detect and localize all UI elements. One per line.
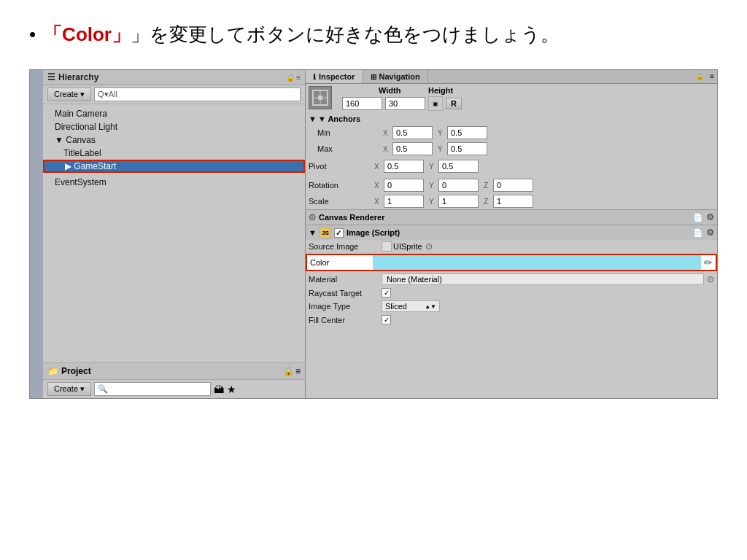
canvas-renderer-circle: ⊙ — [309, 212, 316, 222]
title-text: 「Color」」を変更してボタンに好きな色をつけましょう。 — [43, 22, 560, 47]
sprite-icon — [382, 241, 392, 252]
image-script-gear-icon[interactable]: ⚙ — [706, 228, 714, 238]
rect-transform-icon — [309, 86, 332, 109]
title-color-word: 「Color」 — [43, 23, 131, 45]
scale-x-label: X — [374, 198, 382, 206]
rot-x-label: X — [374, 182, 382, 190]
color-row[interactable]: Color ✏ — [306, 254, 717, 271]
hierarchy-item-gamestart[interactable]: ▶ GameStart — [43, 160, 305, 173]
image-type-row: Image Type Sliced ▲▼ — [306, 299, 717, 314]
hierarchy-header: ☰ Hierarchy 🔒 ≡ — [43, 70, 305, 85]
image-script-doc-icon: 📄 — [693, 228, 703, 238]
canvas-renderer-section: ⊙ Canvas Renderer 📄 ⚙ — [306, 209, 717, 225]
canvas-renderer-label: Canvas Renderer — [319, 213, 690, 222]
project-footer: 📁 Project 🔒 ≡ — [43, 362, 305, 379]
raycast-target-row: Raycast Target ✓ — [306, 287, 717, 299]
project-search-box[interactable]: 🔍 — [94, 382, 211, 396]
scale-label: Scale — [309, 197, 374, 206]
canvas-renderer-gear-icon[interactable]: ⚙ — [706, 212, 714, 222]
search-text: Q▾All — [98, 90, 297, 99]
navigation-tab[interactable]: ⊞ Navigation — [363, 70, 428, 83]
create-button[interactable]: Create ▾ — [47, 88, 91, 101]
height-input[interactable] — [385, 97, 425, 110]
pivot-x-label: X — [374, 163, 382, 171]
anchor-max-row: Max X Y — [314, 141, 714, 157]
scale-y-label: Y — [429, 198, 436, 206]
project-icon2: ★ — [227, 384, 236, 395]
left-sidebar-strip — [30, 70, 43, 398]
eyedropper-icon[interactable]: ✏ — [701, 256, 716, 269]
inspector-tab-label: Inspector — [319, 72, 355, 81]
hierarchy-item-eventsystem[interactable]: EventSystem — [43, 176, 305, 189]
hierarchy-title: Hierarchy — [58, 72, 98, 82]
rotation-label: Rotation — [309, 181, 374, 190]
hierarchy-item-directional-light[interactable]: Directional Light — [43, 120, 305, 133]
image-script-checkbox[interactable]: ✓ — [334, 228, 344, 238]
min-x-label: X — [383, 129, 390, 137]
anchor-max-y[interactable] — [447, 142, 487, 155]
height-label: Height — [428, 86, 453, 95]
hierarchy-panel: ☰ Hierarchy 🔒 ≡ Create ▾ Q▾All — [43, 70, 306, 398]
page-container: • 「Color」」を変更してボタンに好きな色をつけましょう。 ☰ Hierar… — [0, 0, 747, 560]
inspector-menu-icon: ≡ — [707, 70, 717, 83]
rotation-z[interactable] — [493, 179, 533, 192]
inspector-lock-icon: 🔒 — [692, 70, 707, 83]
inspector-tabs: ℹ Inspector ⊞ Navigation 🔒 ≡ — [306, 70, 717, 84]
image-type-label: Image Type — [309, 302, 382, 311]
material-row: Material None (Material) ⊙ — [306, 272, 717, 287]
anchor-max-x[interactable] — [392, 142, 433, 155]
color-label: Color — [307, 257, 373, 268]
hierarchy-content: Main Camera Directional Light ▼ Canvas T… — [43, 104, 305, 362]
menu-icon: ≡ — [296, 74, 301, 82]
rotation-row: Rotation X Y Z — [306, 177, 717, 193]
pivot-x[interactable] — [384, 160, 424, 173]
rect-corner-icon: ▣ — [428, 96, 443, 111]
rotation-y[interactable] — [438, 179, 479, 192]
anchor-min-row: Min X Y — [314, 125, 714, 141]
hierarchy-item-titlelabel[interactable]: TitleLabel — [43, 147, 305, 160]
anchor-min-x[interactable] — [392, 126, 433, 139]
project-create-button[interactable]: Create ▾ — [47, 382, 91, 396]
project-folder-icon: 📁 — [47, 366, 58, 376]
inspector-panel: ℹ Inspector ⊞ Navigation 🔒 ≡ — [306, 70, 717, 398]
inspector-tab[interactable]: ℹ Inspector — [306, 70, 363, 83]
material-value: None (Material) — [382, 273, 704, 285]
width-input[interactable] — [342, 97, 382, 110]
source-image-row: Source Image UISprite ⊙ — [306, 240, 717, 253]
script-icon: JS — [320, 227, 331, 238]
anchor-min-y[interactable] — [447, 126, 487, 139]
scale-y[interactable] — [438, 195, 479, 208]
bullet: • — [29, 23, 36, 46]
source-image-label: Source Image — [309, 242, 382, 251]
project-lock-icon: 🔒 — [283, 366, 294, 376]
material-target-icon: ⊙ — [707, 274, 714, 284]
anchors-arrow: ▼ — [309, 114, 317, 123]
raycast-target-label: Raycast Target — [309, 289, 382, 298]
inspector-tab-icon: ℹ — [313, 73, 316, 81]
navigation-tab-icon: ⊞ — [371, 73, 376, 81]
search-box[interactable]: Q▾All — [94, 88, 301, 101]
anchor-max-label: Max — [317, 144, 383, 153]
anchors-section: ▼ ▼ Anchors Min X Y — [306, 113, 717, 158]
hierarchy-list-icon: ☰ — [47, 72, 55, 82]
pivot-y[interactable] — [438, 160, 479, 173]
image-type-dropdown[interactable]: Sliced ▲▼ — [382, 300, 440, 312]
unity-editor: ☰ Hierarchy 🔒 ≡ Create ▾ Q▾All — [29, 69, 718, 399]
scale-row: Scale X Y Z — [306, 193, 717, 209]
rotation-x[interactable] — [384, 179, 424, 192]
navigation-tab-label: Navigation — [379, 72, 420, 81]
scale-z[interactable] — [493, 195, 533, 208]
fill-center-checkbox[interactable]: ✓ — [382, 315, 391, 324]
hierarchy-toolbar: Create ▾ Q▾All — [43, 85, 305, 104]
scale-x[interactable] — [384, 195, 424, 208]
svg-rect-3 — [318, 96, 322, 100]
anchors-header: ▼ ▼ Anchors — [309, 114, 714, 123]
color-value[interactable] — [373, 255, 701, 270]
image-script-arrow: ▼ — [309, 228, 317, 237]
raycast-target-checkbox[interactable]: ✓ — [382, 288, 391, 298]
r-button[interactable]: R — [446, 98, 462, 109]
hierarchy-item-canvas[interactable]: ▼ Canvas — [43, 133, 305, 147]
anchor-min-label: Min — [317, 128, 383, 137]
hierarchy-item-main-camera[interactable]: Main Camera — [43, 107, 305, 120]
fill-center-row: Fill Center ✓ — [306, 314, 717, 326]
